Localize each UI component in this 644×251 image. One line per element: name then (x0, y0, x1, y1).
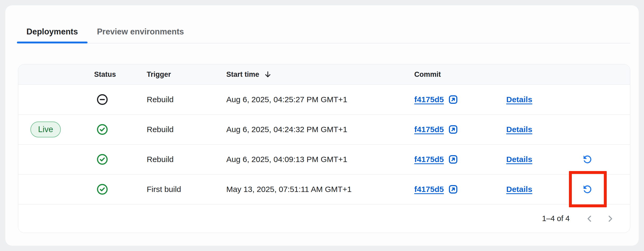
open-in-new-icon[interactable] (448, 94, 458, 105)
open-in-new-icon[interactable] (448, 184, 458, 195)
trigger-cell: Rebuild (147, 155, 226, 164)
trigger-cell: Rebuild (147, 95, 226, 104)
trigger-cell: First build (147, 185, 226, 194)
start-time-cell: Aug 6, 2025, 04:24:32 PM GMT+1 (226, 125, 414, 134)
commit-link[interactable]: f4175d5 (414, 95, 444, 104)
table-row: Live Rebuild Aug 6, 2025, 04:24:32 PM GM… (18, 114, 630, 144)
header-start-time-label: Start time (226, 70, 259, 79)
table-footer: 1–4 of 4 (18, 204, 630, 233)
active-tab-underline (17, 42, 88, 43)
tab-preview-environments-label: Preview environments (97, 27, 184, 37)
details-link[interactable]: Details (506, 125, 532, 134)
details-link[interactable]: Details (506, 95, 532, 104)
chevron-right-icon[interactable] (605, 214, 615, 224)
commit-cell: f4175d5 (414, 94, 506, 105)
actions-cell (582, 183, 630, 195)
commit-link[interactable]: f4175d5 (414, 125, 444, 134)
table-row: First build May 13, 2025, 07:51:11 AM GM… (18, 174, 630, 204)
tab-bar: Deployments Preview environments (17, 21, 630, 43)
pagination-range-label: 1–4 of 4 (542, 214, 570, 223)
table-row: Rebuild Aug 6, 2025, 04:09:13 PM GMT+1 f… (18, 144, 630, 174)
header-start-time[interactable]: Start time (226, 70, 414, 79)
minus-circle-icon (96, 93, 108, 106)
tab-deployments-label: Deployments (26, 27, 78, 37)
live-status-badge: Live (30, 122, 61, 137)
start-time-cell: May 13, 2025, 07:51:11 AM GMT+1 (226, 185, 414, 194)
commit-cell: f4175d5 (414, 184, 506, 195)
details-link[interactable]: Details (506, 185, 532, 194)
deployments-card: Deployments Preview environments Status … (5, 5, 639, 246)
open-in-new-icon[interactable] (448, 124, 458, 135)
details-cell: Details (506, 185, 582, 194)
details-cell: Details (506, 95, 582, 104)
trigger-cell: Rebuild (147, 125, 226, 134)
retry-icon[interactable] (582, 154, 593, 165)
check-circle-icon (96, 183, 108, 195)
chevron-left-icon[interactable] (585, 214, 595, 224)
actions-cell (582, 154, 630, 165)
commit-link[interactable]: f4175d5 (414, 155, 444, 164)
commit-cell: f4175d5 (414, 154, 506, 165)
table-header-row: Status Trigger Start time Commit (18, 64, 630, 84)
details-link[interactable]: Details (506, 155, 532, 164)
live-badge-cell: Live (18, 122, 94, 137)
deployments-table: Status Trigger Start time Commit Rebuild… (18, 64, 630, 233)
tab-deployments[interactable]: Deployments (17, 21, 88, 43)
start-time-cell: Aug 6, 2025, 04:25:27 PM GMT+1 (226, 95, 414, 104)
open-in-new-icon[interactable] (448, 154, 458, 165)
status-cell (94, 153, 147, 165)
header-status: Status (94, 70, 147, 79)
check-circle-icon (96, 153, 108, 165)
page: { "colors": { "page_bg": "#edeff0", "car… (0, 0, 644, 251)
status-cell (94, 183, 147, 195)
retry-icon[interactable] (582, 183, 593, 195)
status-cell (94, 93, 147, 106)
check-circle-icon (96, 123, 108, 136)
tab-preview-environments[interactable]: Preview environments (88, 21, 194, 43)
commit-link[interactable]: f4175d5 (414, 185, 444, 194)
details-cell: Details (506, 125, 582, 134)
header-trigger: Trigger (147, 70, 226, 79)
start-time-cell: Aug 6, 2025, 04:09:13 PM GMT+1 (226, 155, 414, 164)
status-cell (94, 123, 147, 136)
table-row: Rebuild Aug 6, 2025, 04:25:27 PM GMT+1 f… (18, 84, 630, 114)
commit-cell: f4175d5 (414, 124, 506, 135)
sort-descending-icon[interactable] (264, 70, 272, 79)
details-cell: Details (506, 155, 582, 164)
header-commit: Commit (414, 70, 506, 79)
